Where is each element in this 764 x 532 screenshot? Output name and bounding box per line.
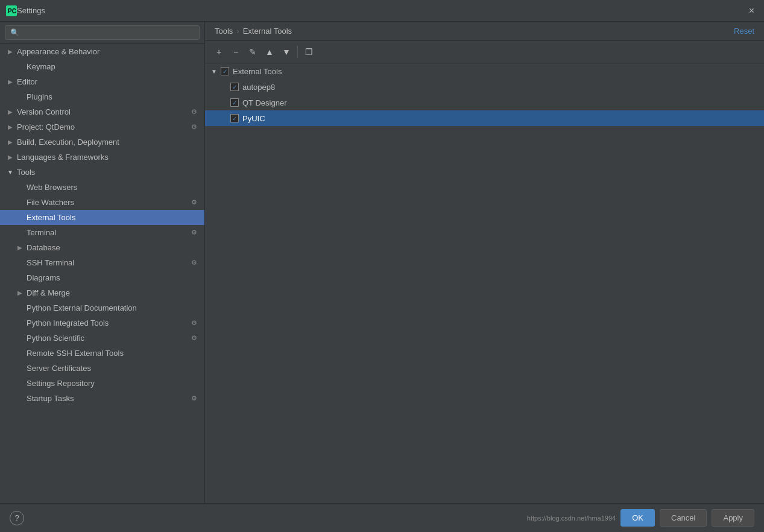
sidebar-item-file-watchers[interactable]: File Watchers⚙ xyxy=(0,195,204,210)
tree-expand-root-icon: ▼ xyxy=(210,67,218,75)
sidebar-item-label-languages-frameworks: Languages & Frameworks xyxy=(17,153,200,162)
apply-button[interactable]: Apply xyxy=(712,509,754,527)
tree-label-1: QT Designer xyxy=(242,98,286,107)
sidebar-item-label-project-qtdemo: Project: QtDemo xyxy=(17,122,189,131)
sidebar-item-database[interactable]: ▶Database xyxy=(0,240,204,255)
main-layout: ▶Appearance & BehaviorKeymap▶EditorPlugi… xyxy=(0,22,764,503)
sidebar-item-label-editor: Editor xyxy=(17,77,200,86)
tree-row-1[interactable]: ✓QT Designer xyxy=(205,95,764,110)
tree-checkbox-root[interactable]: ✓ xyxy=(221,67,229,75)
tree-label-2: PyUIC xyxy=(242,114,265,123)
breadcrumb-current: External Tools xyxy=(243,27,292,36)
expand-arrow-icon: ▼ xyxy=(6,168,14,177)
sidebar-item-server-certificates[interactable]: Server Certificates xyxy=(0,361,204,376)
sidebar-item-languages-frameworks[interactable]: ▶Languages & Frameworks xyxy=(0,150,204,165)
sidebar-item-label-external-tools: External Tools xyxy=(27,213,200,222)
bottom-right: https://blog.csdn.net/hma1994 OK Cancel … xyxy=(525,509,754,527)
expand-arrow-icon: ▶ xyxy=(6,153,14,162)
expand-arrow-icon: ▶ xyxy=(6,123,14,131)
url-hint: https://blog.csdn.net/hma1994 xyxy=(527,515,616,522)
search-input[interactable] xyxy=(5,25,200,40)
sidebar-item-keymap[interactable]: Keymap xyxy=(0,59,204,74)
sidebar-item-diff-merge[interactable]: ▶Diff & Merge xyxy=(0,285,204,300)
tree-checkbox-1[interactable]: ✓ xyxy=(230,98,239,107)
bottom-left: ? xyxy=(10,511,24,525)
add-button[interactable]: + xyxy=(211,45,227,59)
help-button[interactable]: ? xyxy=(10,511,24,525)
sidebar-item-label-build-execution: Build, Execution, Deployment xyxy=(17,138,200,147)
sidebar-item-label-version-control: Version Control xyxy=(17,107,189,116)
ok-button[interactable]: OK xyxy=(620,509,655,527)
sidebar-item-appearance-behavior[interactable]: ▶Appearance & Behavior xyxy=(0,44,204,59)
sidebar-items-list: ▶Appearance & BehaviorKeymap▶EditorPlugi… xyxy=(0,44,204,406)
sidebar-item-tools[interactable]: ▼Tools xyxy=(0,165,204,180)
sidebar-item-plugins[interactable]: Plugins xyxy=(0,89,204,104)
edit-button[interactable]: ✎ xyxy=(245,45,260,59)
tree-row-root[interactable]: ▼ ✓ External Tools xyxy=(205,63,764,79)
settings-badge-icon: ⚙ xyxy=(191,123,200,131)
copy-button[interactable]: ❐ xyxy=(301,45,317,59)
tree-row-2[interactable]: ✓PyUIC xyxy=(205,110,764,126)
expand-arrow-icon: ▶ xyxy=(16,289,24,297)
sidebar-item-project-qtdemo[interactable]: ▶Project: QtDemo⚙ xyxy=(0,119,204,135)
sidebar-item-build-execution[interactable]: ▶Build, Execution, Deployment xyxy=(0,135,204,150)
remove-button[interactable]: − xyxy=(228,45,244,59)
sidebar-item-label-keymap: Keymap xyxy=(27,62,200,71)
tree-checkbox-2[interactable]: ✓ xyxy=(230,114,239,122)
sidebar-item-settings-repository[interactable]: Settings Repository xyxy=(0,376,204,391)
sidebar-item-label-plugins: Plugins xyxy=(27,92,200,101)
expand-arrow-icon: ▶ xyxy=(6,78,14,86)
cancel-button[interactable]: Cancel xyxy=(660,509,707,527)
sidebar-item-label-startup-tasks: Startup Tasks xyxy=(27,394,189,403)
sidebar-item-label-file-watchers: File Watchers xyxy=(27,198,189,207)
sidebar-item-terminal[interactable]: Terminal⚙ xyxy=(0,225,204,240)
sidebar-item-python-ext-docs[interactable]: Python External Documentation xyxy=(0,300,204,315)
close-button[interactable]: × xyxy=(745,4,758,17)
settings-badge-icon: ⚙ xyxy=(191,108,200,116)
sidebar-item-diagrams[interactable]: Diagrams xyxy=(0,270,204,285)
sidebar-item-label-ssh-terminal: SSH Terminal xyxy=(27,258,189,267)
content-area: Tools › External Tools Reset + − ✎ ▲ ▼ ❐… xyxy=(205,22,764,503)
expand-arrow-icon: ▶ xyxy=(6,108,14,116)
move-up-button[interactable]: ▲ xyxy=(262,45,277,59)
sidebar-item-label-server-certificates: Server Certificates xyxy=(27,364,200,373)
tree-children-list: ✓autopep8✓QT Designer✓PyUIC xyxy=(205,79,764,126)
sidebar-item-ssh-terminal[interactable]: SSH Terminal⚙ xyxy=(0,255,204,270)
breadcrumb: Tools › External Tools xyxy=(215,27,292,36)
content-header: Tools › External Tools Reset xyxy=(205,22,764,41)
breadcrumb-parent: Tools xyxy=(215,27,233,36)
tree-checkbox-0[interactable]: ✓ xyxy=(230,83,239,91)
sidebar-item-label-diagrams: Diagrams xyxy=(27,273,200,282)
sidebar-item-label-python-ext-docs: Python External Documentation xyxy=(27,303,200,312)
sidebar-item-python-scientific[interactable]: Python Scientific⚙ xyxy=(0,331,204,346)
toolbar-separator xyxy=(297,46,298,58)
sidebar-item-version-control[interactable]: ▶Version Control⚙ xyxy=(0,104,204,119)
sidebar-item-remote-ssh-external[interactable]: Remote SSH External Tools xyxy=(0,346,204,361)
expand-arrow-icon: ▶ xyxy=(6,48,14,56)
search-box xyxy=(0,22,204,44)
move-down-button[interactable]: ▼ xyxy=(279,45,294,59)
tree-container: ▼ ✓ External Tools ✓autopep8✓QT Designer… xyxy=(205,63,764,503)
sidebar-item-python-integrated[interactable]: Python Integrated Tools⚙ xyxy=(0,315,204,331)
sidebar-item-label-tools: Tools xyxy=(17,168,200,177)
sidebar-item-label-settings-repository: Settings Repository xyxy=(27,379,200,388)
sidebar-item-external-tools[interactable]: External Tools xyxy=(0,210,204,225)
tree-row-0[interactable]: ✓autopep8 xyxy=(205,79,764,95)
breadcrumb-separator: › xyxy=(236,27,239,36)
sidebar: ▶Appearance & BehaviorKeymap▶EditorPlugi… xyxy=(0,22,205,503)
sidebar-item-editor[interactable]: ▶Editor xyxy=(0,74,204,89)
tree-label-root: External Tools xyxy=(233,67,282,76)
svg-text:PC: PC xyxy=(8,8,16,14)
tree-label-0: autopep8 xyxy=(242,83,275,92)
title-bar: PC Settings × xyxy=(0,0,764,22)
settings-badge-icon: ⚙ xyxy=(191,319,200,328)
sidebar-item-label-appearance-behavior: Appearance & Behavior xyxy=(17,47,200,56)
sidebar-item-startup-tasks[interactable]: Startup Tasks⚙ xyxy=(0,391,204,406)
sidebar-item-web-browsers[interactable]: Web Browsers xyxy=(0,180,204,195)
title-bar-title: Settings xyxy=(17,6,745,15)
reset-link[interactable]: Reset xyxy=(734,27,754,36)
sidebar-item-label-database: Database xyxy=(27,243,200,252)
expand-arrow-icon: ▶ xyxy=(6,138,14,147)
sidebar-item-label-python-scientific: Python Scientific xyxy=(27,334,189,343)
settings-badge-icon: ⚙ xyxy=(191,334,200,343)
